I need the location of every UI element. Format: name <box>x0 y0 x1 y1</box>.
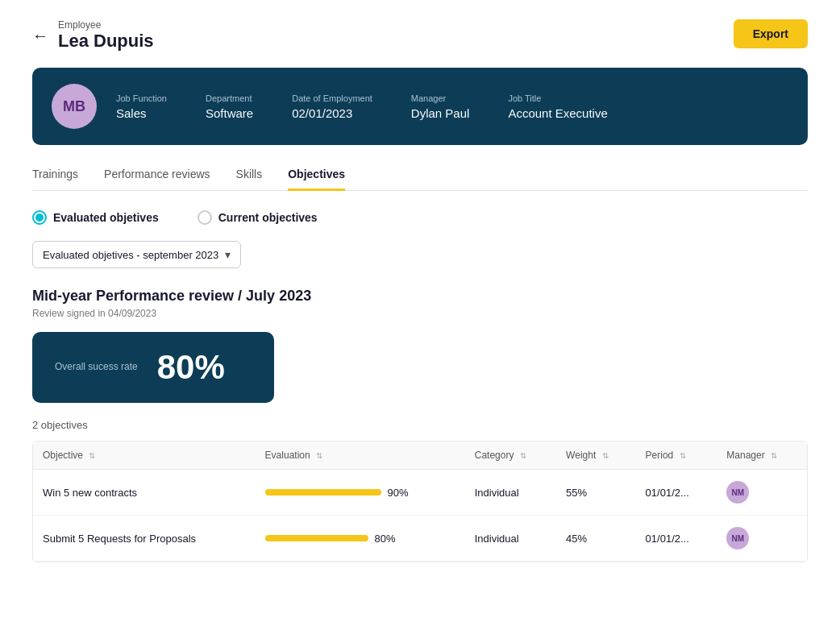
department-value: Software <box>206 106 253 120</box>
sort-icon-weight[interactable]: ⇅ <box>602 451 609 460</box>
employee-label: Employee <box>58 19 154 31</box>
cell-weight-1: 45% <box>556 516 635 562</box>
info-field-department: Department Software <box>206 93 253 120</box>
radio-current[interactable]: Current objectives <box>198 210 318 225</box>
job-title-label: Job Title <box>508 93 607 103</box>
review-signed: Review signed in 04/09/2023 <box>32 308 808 319</box>
cell-evaluation-1: 80% <box>256 516 465 562</box>
sort-icon-period[interactable]: ⇅ <box>680 451 686 460</box>
department-label: Department <box>206 93 253 103</box>
back-nav: ← Employee Lea Dupuis <box>32 19 154 52</box>
radio-evaluated-label: Evaluated objetives <box>53 211 159 224</box>
sort-icon-evaluation[interactable]: ⇅ <box>316 451 322 460</box>
manager-avatar-1: NM <box>726 527 749 549</box>
radio-evaluated-circle[interactable] <box>32 210 47 225</box>
employment-date-label: Date of Employment <box>292 93 372 103</box>
export-button[interactable]: Export <box>734 19 808 48</box>
col-weight: Weight ⇅ <box>556 442 635 470</box>
radio-options: Evaluated objetives Current objectives <box>32 210 808 225</box>
objectives-count: 2 objectives <box>32 419 808 431</box>
tab-performance-reviews[interactable]: Performance reviews <box>104 168 210 191</box>
col-manager: Manager ⇅ <box>717 442 807 470</box>
cell-evaluation-0: 90% <box>256 470 465 516</box>
table-header-row: Objective ⇅ Evaluation ⇅ Category ⇅ Weig… <box>33 442 807 470</box>
cell-objective-1: Submit 5 Requests for Proposals <box>33 516 256 562</box>
cell-category-1: Individual <box>465 516 556 562</box>
eval-bar-0 <box>265 489 381 496</box>
manager-value: Dylan Paul <box>411 106 470 120</box>
cell-manager-0: NM <box>717 470 807 516</box>
back-button[interactable]: ← <box>32 27 48 44</box>
cell-period-0: 01/01/2... <box>636 470 717 516</box>
period-dropdown[interactable]: Evaluated objetives - september 2023 ▾ <box>32 241 241 268</box>
review-title: Mid-year Performance review / July 2023 <box>32 288 808 305</box>
success-rate-label: Overall sucess rate <box>55 361 138 374</box>
job-function-value: Sales <box>116 106 167 120</box>
period-dropdown-value: Evaluated objetives - september 2023 <box>43 249 218 261</box>
tab-objectives[interactable]: Objectives <box>288 168 345 191</box>
info-field-job-title: Job Title Account Executive <box>508 93 607 120</box>
employee-info: Employee Lea Dupuis <box>58 19 154 52</box>
employee-name: Lea Dupuis <box>58 31 154 52</box>
radio-evaluated[interactable]: Evaluated objetives <box>32 210 159 225</box>
col-objective: Objective ⇅ <box>33 442 256 470</box>
success-rate-card: Overall sucess rate 80% <box>32 332 274 403</box>
chevron-down-icon: ▾ <box>225 248 231 261</box>
tab-trainings[interactable]: Trainings <box>32 168 78 191</box>
sort-icon-manager[interactable]: ⇅ <box>771 451 777 460</box>
manager-label: Manager <box>411 93 470 103</box>
info-field-employment-date: Date of Employment 02/01/2023 <box>292 93 372 120</box>
radio-current-circle[interactable] <box>198 210 212 225</box>
job-title-value: Account Executive <box>508 106 607 120</box>
eval-percent-0: 90% <box>388 487 409 499</box>
objectives-table-container: Objective ⇅ Evaluation ⇅ Category ⇅ Weig… <box>32 441 808 562</box>
manager-avatar-0: NM <box>726 481 749 504</box>
job-function-label: Job Function <box>116 93 167 103</box>
sort-icon-objective[interactable]: ⇅ <box>89 451 95 460</box>
info-field-manager: Manager Dylan Paul <box>411 93 470 120</box>
info-field-job-function: Job Function Sales <box>116 93 167 120</box>
page-header: ← Employee Lea Dupuis Export <box>32 19 808 52</box>
objectives-table: Objective ⇅ Evaluation ⇅ Category ⇅ Weig… <box>33 442 807 562</box>
cell-category-0: Individual <box>465 470 556 516</box>
cell-objective-0: Win 5 new contracts <box>33 470 256 516</box>
cell-period-1: 01/01/2... <box>636 516 717 562</box>
success-rate-value: 80% <box>157 348 225 387</box>
col-period: Period ⇅ <box>636 442 717 470</box>
cell-manager-1: NM <box>717 516 807 562</box>
info-fields: Job Function Sales Department Software D… <box>116 93 788 120</box>
avatar: MB <box>52 84 97 129</box>
tab-skills[interactable]: Skills <box>236 168 263 191</box>
table-row: Win 5 new contracts 90% Individual 55% 0… <box>33 470 807 516</box>
table-row: Submit 5 Requests for Proposals 80% Indi… <box>33 516 807 562</box>
employment-date-value: 02/01/2023 <box>292 106 372 120</box>
tabs: Trainings Performance reviews Skills Obj… <box>32 168 808 191</box>
info-card: MB Job Function Sales Department Softwar… <box>32 68 808 145</box>
col-evaluation: Evaluation ⇅ <box>256 442 465 470</box>
eval-percent-1: 80% <box>375 533 396 545</box>
radio-current-label: Current objectives <box>218 211 318 224</box>
eval-bar-1 <box>265 535 368 541</box>
col-category: Category ⇅ <box>465 442 556 470</box>
sort-icon-category[interactable]: ⇅ <box>520 451 526 460</box>
cell-weight-0: 55% <box>556 470 635 516</box>
